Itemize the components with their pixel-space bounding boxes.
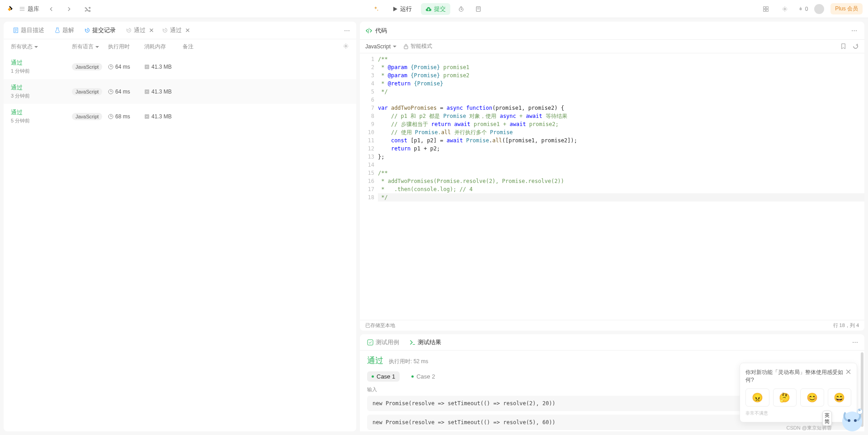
tab-description[interactable]: 题目描述	[8, 24, 49, 36]
tab-solution[interactable]: 题解	[50, 24, 79, 36]
svg-rect-16	[145, 115, 149, 118]
chip-icon	[144, 64, 150, 70]
case-2-tab[interactable]: Case 2	[407, 371, 439, 382]
close-icon[interactable]	[845, 369, 851, 375]
lock-icon	[403, 44, 409, 49]
emoji-1[interactable]: 😠	[745, 388, 769, 407]
topbar: 题库 运行 提交 0 Plus 会员	[0, 0, 868, 18]
clock-icon	[108, 64, 113, 70]
ime-badge[interactable]: 英 简	[822, 411, 832, 426]
plus-badge[interactable]: Plus 会员	[830, 3, 863, 14]
feedback-title: 你对新功能「灵动布局」整体使用感受如何?	[745, 369, 845, 384]
next-problem-button[interactable]	[63, 3, 75, 15]
shuffle-button[interactable]	[81, 3, 94, 15]
history-icon	[126, 27, 132, 33]
lang-badge: JavaScript	[72, 88, 102, 95]
close-icon[interactable]	[184, 27, 191, 33]
emoji-2[interactable]: 🤔	[773, 388, 797, 407]
lang-filter[interactable]: 所有语言	[72, 43, 99, 51]
chevron-left-icon	[48, 6, 54, 12]
table-settings-button[interactable]	[340, 43, 349, 51]
svg-point-8	[345, 45, 347, 47]
svg-rect-5	[766, 9, 768, 11]
list-icon	[19, 6, 25, 12]
leetcode-logo[interactable]	[5, 5, 14, 13]
case-1-tab[interactable]: Case 1	[367, 371, 400, 382]
status-label[interactable]: 通过	[11, 59, 72, 67]
notes-button[interactable]	[472, 3, 485, 15]
language-select[interactable]: JavaScript	[365, 43, 397, 50]
svg-point-21	[848, 419, 850, 422]
prev-problem-button[interactable]	[45, 3, 57, 15]
watermark: CSDN @東京短裤蓉	[787, 425, 832, 431]
chevron-down-icon	[34, 45, 38, 49]
code-panel-title: 代码	[365, 27, 387, 35]
time-cell: 64 ms	[108, 89, 144, 95]
cloud-upload-icon	[425, 6, 432, 12]
svg-rect-2	[763, 6, 765, 8]
left-panel: 题目描述 题解 提交记录 通过 通过 ⋯ 所有状态 所有语言 执行用时 消耗内存…	[4, 22, 356, 431]
streak-counter[interactable]: 0	[797, 6, 808, 12]
svg-rect-11	[146, 66, 148, 68]
memory-cell: 41.3 MB	[144, 64, 183, 70]
svg-point-6	[784, 8, 786, 10]
gear-icon	[343, 43, 349, 49]
status-filter[interactable]: 所有状态	[11, 43, 38, 51]
settings-button[interactable]	[778, 3, 791, 15]
submit-button[interactable]: 提交	[421, 3, 450, 15]
code-more-button[interactable]: ⋯	[849, 25, 859, 36]
tab-submissions[interactable]: 提交记录	[80, 24, 120, 36]
status-time: 3 分钟前	[11, 93, 72, 99]
tab-results[interactable]: 测试结果	[406, 337, 444, 347]
note-icon	[475, 6, 481, 12]
tab-pass-1[interactable]: 通过	[121, 24, 156, 36]
cursor-position: 行 18，列 4	[833, 322, 859, 329]
reset-icon[interactable]	[852, 43, 859, 50]
status-time: 1 分钟前	[11, 68, 72, 75]
run-button[interactable]: 运行	[388, 3, 416, 15]
time-cell: 64 ms	[108, 64, 144, 70]
svg-rect-10	[145, 65, 149, 69]
timer-button[interactable]	[455, 3, 467, 15]
mascot-icon[interactable]	[832, 399, 868, 435]
svg-rect-14	[146, 91, 148, 93]
header-time: 执行用时	[108, 43, 144, 51]
svg-rect-4	[763, 9, 765, 11]
tab-pass-2[interactable]: 通过	[157, 24, 193, 36]
format-icon[interactable]	[828, 43, 835, 50]
result-runtime: 执行用时: 52 ms	[389, 358, 428, 365]
problems-link[interactable]: 题库	[19, 5, 39, 13]
svg-rect-19	[368, 340, 373, 345]
code-editor[interactable]: 123456789101112131415161718 /** * @param…	[360, 53, 864, 320]
chevron-right-icon	[66, 6, 72, 12]
chip-icon	[144, 114, 150, 119]
chip-icon	[144, 89, 150, 94]
clock-icon	[108, 114, 113, 119]
status-label[interactable]: 通过	[11, 108, 72, 117]
save-status: 已存储至本地	[365, 322, 395, 329]
tab-testcases[interactable]: 测试用例	[364, 337, 402, 347]
table-row[interactable]: 通过1 分钟前 JavaScript 64 ms 41.3 MB	[4, 54, 356, 79]
smart-mode-toggle[interactable]: 智能模式	[403, 42, 432, 50]
memory-cell: 41.3 MB	[144, 113, 183, 120]
avatar[interactable]	[814, 4, 824, 14]
emoji-3[interactable]: 😊	[800, 388, 824, 407]
lang-badge: JavaScript	[72, 113, 102, 120]
table-row[interactable]: 通过3 分钟前 JavaScript 64 ms 41.3 MB	[4, 79, 356, 104]
flask-icon	[54, 27, 61, 33]
header-memory: 消耗内存	[144, 43, 183, 51]
fire-icon	[797, 6, 804, 12]
close-icon[interactable]	[148, 27, 155, 33]
bookmark-icon[interactable]	[840, 43, 847, 50]
more-button[interactable]: ⋯	[342, 25, 352, 36]
terminal-icon	[409, 339, 415, 346]
lang-badge: JavaScript	[72, 63, 102, 70]
layout-button[interactable]	[760, 3, 772, 15]
table-row[interactable]: 通过5 分钟前 JavaScript 68 ms 41.3 MB	[4, 104, 356, 129]
history-icon	[162, 27, 168, 33]
status-label[interactable]: 通过	[11, 84, 72, 92]
code-panel: 代码 ⋯ JavaScript 智能模式 1234567891011121314…	[360, 22, 864, 331]
result-more-button[interactable]: ⋯	[850, 337, 860, 347]
history-icon	[84, 27, 90, 33]
debug-button[interactable]	[368, 4, 383, 14]
